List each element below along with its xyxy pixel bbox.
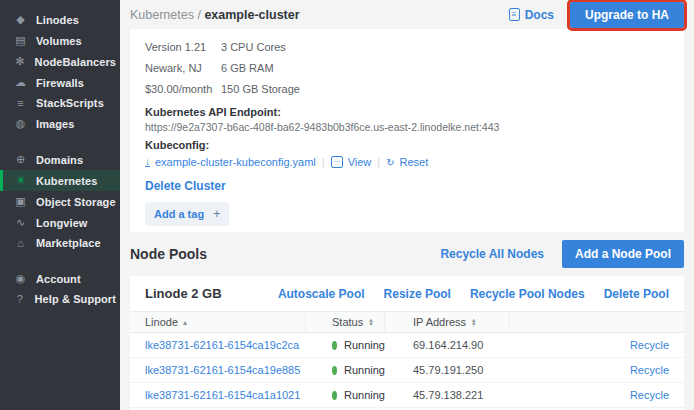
status-text: Running [344,364,385,376]
column-label: Status [332,316,363,328]
sidebar-group-services: ⊕ Domains ✳ Kubernetes ▣ Object Storage … [0,149,120,253]
topbar: Kubernetes / example-cluster ≡ Docs Upgr… [130,0,684,29]
main-content: Kubernetes / example-cluster ≡ Docs Upgr… [120,0,694,410]
volumes-icon: ▤ [14,34,27,47]
docs-label: Docs [525,8,554,22]
marketplace-icon: ⌂ [14,237,27,249]
pool-action-links: Autoscale Pool Resize Pool Recycle Pool … [278,287,669,301]
cluster-storage: 150 GB Storage [221,79,300,100]
reset-icon: ↻ [386,157,394,168]
reset-label: Reset [400,156,429,168]
node-pool-card: Linode 2 GB Autoscale Pool Resize Pool R… [130,276,684,410]
sidebar-item-images[interactable]: ◍ Images [0,113,120,134]
status-running-icon [332,391,337,400]
sidebar-item-label: Help & Support [35,293,116,305]
account-icon: ◉ [14,272,27,285]
api-endpoint-url: https://9e2a7307-b6ac-408f-ba62-9483b0b3… [145,121,669,133]
sidebar-item-help-support[interactable]: ? Help & Support [0,289,120,309]
add-tag-label: Add a tag [154,208,204,220]
images-icon: ◍ [14,117,27,130]
add-tag-button[interactable]: Add a tag + [145,202,229,226]
status-cell: Running [332,364,385,376]
sidebar-item-firewalls[interactable]: ☁ Firewalls [0,72,120,93]
breadcrumb-separator: / [197,8,200,22]
kubeconfig-reset-link[interactable]: ↻ Reset [386,156,428,168]
upgrade-to-ha-button[interactable]: Upgrade to HA [570,2,684,28]
kubeconfig-filename: example-cluster-kubeconfig.yaml [155,156,316,168]
sidebar-item-label: Volumes [36,35,82,47]
sidebar-item-label: Images [36,118,75,130]
docs-icon: ≡ [509,8,520,21]
recycle-node-link[interactable]: Recycle [630,364,669,376]
sidebar-item-domains[interactable]: ⊕ Domains [0,149,120,170]
sidebar-item-longview[interactable]: ∿ Longview [0,212,120,233]
node-table-row: lke38731-62161-6154ca1a1021 Running 45.7… [130,383,684,408]
node-table-row: lke38731-62161-6154ca19e885 Running 45.7… [130,358,684,383]
sidebar-item-volumes[interactable]: ▤ Volumes [0,30,120,51]
kubeconfig-view-link[interactable]: ⋯ View [331,156,372,168]
resize-pool-link[interactable]: Resize Pool [384,287,451,301]
status-text: Running [344,339,385,351]
plus-icon: + [213,207,220,221]
sidebar-item-label: Domains [36,154,83,166]
spec-row: Newark, NJ 6 GB RAM [145,58,669,79]
node-ip-address: 45.79.191.250 [413,364,483,376]
node-link[interactable]: lke38731-62161-6154ca19c2ca [145,339,299,351]
status-cell: Running [332,339,385,351]
api-endpoint-label: Kubernetes API Endpoint: [145,106,669,118]
delete-cluster-button[interactable]: Delete Cluster [145,179,669,193]
column-header-ip-address[interactable]: IP Address ▲▼ [385,312,510,332]
column-label: Linode [145,316,178,328]
docs-link[interactable]: ≡ Docs [509,8,554,22]
add-node-pool-button[interactable]: Add a Node Pool [562,240,684,268]
status-running-icon [332,366,337,375]
kubeconfig-label: Kubeconfig: [145,139,669,151]
node-pools-title: Node Pools [130,246,207,262]
node-table-row: lke38731-62161-6154ca19c2ca Running 69.1… [130,333,684,358]
sidebar-item-kubernetes[interactable]: ✳ Kubernetes [0,170,120,191]
divider: | [377,156,380,168]
nodebalancers-icon: ✻ [14,55,26,68]
recycle-all-nodes-link[interactable]: Recycle All Nodes [440,247,544,261]
sidebar-item-linodes[interactable]: ◆ Linodes [0,9,120,30]
linodes-icon: ◆ [14,13,27,26]
recycle-pool-nodes-link[interactable]: Recycle Pool Nodes [470,287,585,301]
kubeconfig-actions: ↓ example-cluster-kubeconfig.yaml | ⋯ Vi… [145,156,669,168]
column-header-status[interactable]: Status ▲▼ [306,312,385,332]
sidebar-group-account: ◉ Account ? Help & Support [0,268,120,309]
topbar-actions: ≡ Docs Upgrade to HA [509,2,684,28]
node-pools-actions: Recycle All Nodes Add a Node Pool [440,240,684,268]
sidebar-item-label: Account [36,273,81,285]
sidebar-item-object-storage[interactable]: ▣ Object Storage [0,191,120,212]
sidebar-item-label: Longview [36,217,88,229]
recycle-node-link[interactable]: Recycle [630,389,669,401]
pool-plan-name: Linode 2 GB [145,286,222,301]
node-pools-header: Node Pools Recycle All Nodes Add a Node … [130,241,684,267]
breadcrumb-kubernetes-link[interactable]: Kubernetes [130,8,194,22]
sidebar-item-nodebalancers[interactable]: ✻ NodeBalancers [0,51,120,72]
sidebar-item-label: Kubernetes [36,175,98,187]
autoscale-pool-link[interactable]: Autoscale Pool [278,287,365,301]
recycle-node-link[interactable]: Recycle [630,339,669,351]
sidebar-item-marketplace[interactable]: ⌂ Marketplace [0,233,120,253]
delete-pool-link[interactable]: Delete Pool [604,287,669,301]
breadcrumb-current-cluster: example-cluster [204,8,299,22]
object-storage-icon: ▣ [14,195,27,208]
node-link[interactable]: lke38731-62161-6154ca19e885 [145,364,300,376]
sidebar-item-label: StackScripts [36,97,104,109]
node-table-header: Linode ▴ Status ▲▼ IP Address ▲▼ [130,311,684,333]
spec-row: Version 1.21 3 CPU Cores [145,37,669,58]
sidebar-item-stackscripts[interactable]: ≡ StackScripts [0,93,120,113]
sidebar-item-account[interactable]: ◉ Account [0,268,120,289]
view-icon: ⋯ [331,156,343,168]
cluster-region: Newark, NJ [145,58,221,79]
column-header-linode[interactable]: Linode ▴ [130,312,306,332]
cluster-version: Version 1.21 [145,37,221,58]
kubernetes-icon: ✳ [14,174,27,187]
node-ip-address: 45.79.138.221 [413,389,483,401]
kubeconfig-download-link[interactable]: ↓ example-cluster-kubeconfig.yaml [145,156,316,168]
sort-icon: ▲▼ [471,318,476,327]
node-ip-address: 69.164.214.90 [413,339,483,351]
spec-row: $30.00/month 150 GB Storage [145,79,669,100]
node-link[interactable]: lke38731-62161-6154ca1a1021 [145,389,300,401]
